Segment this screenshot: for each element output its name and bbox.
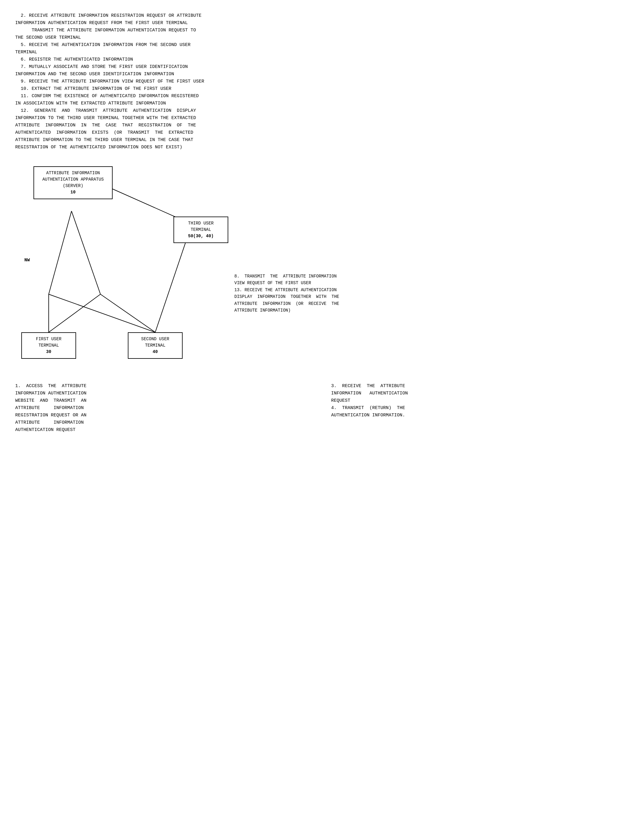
second-user-box: SECOND USER TERMINAL 40 (128, 332, 183, 359)
diagram-right-text: 8. TRANSMIT THE ATTRIBUTE INFORMATION VI… (234, 273, 387, 314)
first-user-line1: FIRST USER (26, 336, 71, 342)
nw-label: NW (24, 258, 30, 263)
diagram-area: ATTRIBUTE INFORMATION AUTHENTICATION APP… (15, 163, 629, 376)
bottom-section: 1. ACCESS THE ATTRIBUTE INFORMATION AUTH… (15, 382, 629, 434)
server-line1: ATTRIBUTE INFORMATION (39, 170, 107, 176)
server-box: ATTRIBUTE INFORMATION AUTHENTICATION APP… (34, 166, 113, 199)
third-user-line1: THIRD USER (179, 220, 223, 227)
second-user-line2: TERMINAL (133, 342, 177, 349)
first-user-line2: TERMINAL (26, 342, 71, 349)
svg-line-0 (71, 211, 101, 294)
diagram-container: ATTRIBUTE INFORMATION AUTHENTICATION APP… (15, 163, 289, 376)
bottom-right-text: 3. RECEIVE THE ATTRIBUTE INFORMATION AUT… (331, 382, 629, 434)
server-line3: (SERVER) (39, 183, 107, 189)
svg-line-5 (101, 294, 155, 332)
first-user-box: FIRST USER TERMINAL 30 (21, 332, 76, 359)
bottom-left-text: 1. ACCESS THE ATTRIBUTE INFORMATION AUTH… (15, 382, 313, 434)
server-line2: AUTHENTICATION APPARATUS (39, 176, 107, 183)
third-user-line2: TERMINAL (179, 227, 223, 233)
third-user-number: 50(30, 40) (179, 233, 223, 239)
main-text-block: 2. RECEIVE ATTRIBUTE INFORMATION REGISTR… (15, 12, 629, 151)
second-user-line1: SECOND USER (133, 336, 177, 342)
first-user-number: 30 (26, 349, 71, 355)
svg-line-1 (49, 211, 71, 294)
svg-line-3 (49, 294, 101, 332)
server-number: 10 (39, 189, 107, 196)
second-user-number: 40 (133, 349, 177, 355)
third-user-box: THIRD USER TERMINAL 50(30, 40) (173, 217, 228, 243)
svg-line-4 (49, 294, 155, 332)
